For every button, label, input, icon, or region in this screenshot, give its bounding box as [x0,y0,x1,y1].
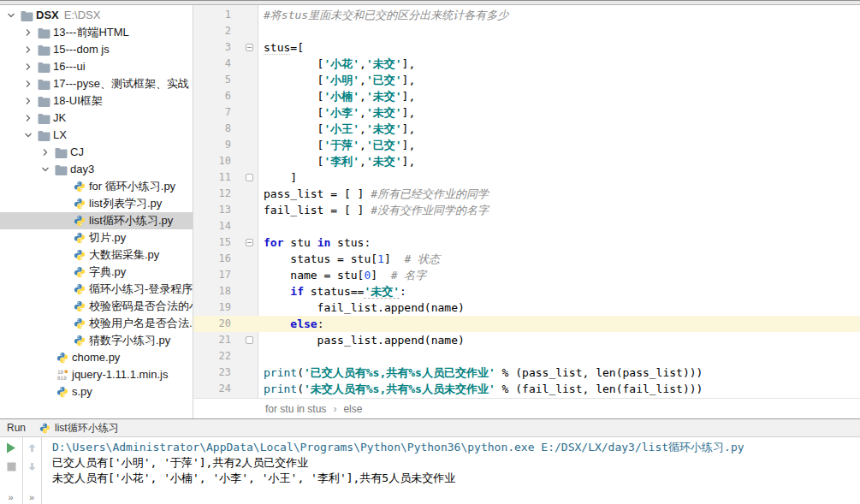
tree-item[interactable]: 16---ui [0,58,193,75]
chevron-right-icon[interactable] [21,44,36,56]
tree-item[interactable]: 13---前端HTML [0,24,193,41]
down-arrow-button[interactable] [23,462,41,471]
run-tab-list-loop[interactable]: list循环小练习 [36,419,122,436]
gutter: 6 [193,88,258,104]
tree-item[interactable]: 校验密码是否合法的小练 [0,298,193,315]
tree-item[interactable]: list循环小练习.py [0,212,193,229]
tree-item-label: 13---前端HTML [53,24,129,41]
tree-item-label: JK [53,110,66,127]
tree-item[interactable]: 18-UI框架 [0,92,193,110]
line-number: 9 [225,137,231,153]
code-line[interactable]: 15for stu in stus: [193,234,860,251]
tree-item[interactable]: 校验用户名是否合法.py [0,315,193,332]
line-number: 23 [219,365,231,381]
code-line[interactable]: 9 ['于萍','已交'], [193,137,860,153]
code-line[interactable]: 20 else: [193,316,860,332]
chevron-right-icon[interactable] [21,78,36,90]
tree-item[interactable]: list列表学习.py [0,195,193,212]
tree-item-label: LX [53,127,67,144]
breadcrumb-item-for[interactable]: for stu in stus [262,401,329,417]
tree-item[interactable]: JK [0,110,193,127]
code-text: fail_list.append(name) [258,299,465,316]
chevrons-icon[interactable]: » [0,492,22,502]
code-line[interactable]: 1#将stus里面未交和已交的区分出来统计各有多少 [193,7,860,23]
tree-root-path: E:\DSX [64,7,101,24]
line-number: 4 [225,56,231,72]
pycharm-window: DSXE:\DSX13---前端HTML15---dom js16---ui17… [0,0,860,504]
code-text: print('未交人员有%s,共有%s人员未交作业' % (fail_list,… [258,381,703,397]
code-line[interactable]: 12pass_list = [ ] #所有已经交作业的同学 [193,186,860,202]
gutter: 22 [193,348,258,365]
gutter: 14 [193,218,258,234]
fold-marker-icon[interactable] [246,336,253,344]
line-number: 10 [219,153,231,169]
gutter: 1 [193,7,258,23]
code-text: ['于萍','已交'], [258,137,415,153]
code-line[interactable]: 4 ['小花','未交'], [193,56,860,72]
tree-item[interactable]: 字典.py [0,264,193,281]
tree-item[interactable]: for 循环小练习.py [0,178,193,195]
fold-marker-icon[interactable] [246,174,253,181]
code-line[interactable]: 13fail_list = [ ] #没有交作业同学的名字 [193,202,860,218]
code-line[interactable]: 10 ['李利','未交'], [193,153,860,169]
tree-item[interactable]: 10010jquery-1.11.1.min.js [0,366,193,383]
tree-root-item[interactable]: DSXE:\DSX [0,7,193,24]
tree-item[interactable]: 循环小练习-登录程序.py [0,281,193,298]
gutter: 2 [193,23,258,39]
chevrons-icon[interactable]: » [23,492,41,502]
code-text: else: [258,316,323,332]
up-arrow-button[interactable] [23,443,41,453]
code-line[interactable]: 14 [193,218,860,234]
gutter: 10 [193,153,258,169]
tree-item[interactable]: LX [0,127,193,144]
code-text: ] [258,169,297,186]
tree-item[interactable]: day3 [0,161,193,178]
tree-item[interactable]: chome.py [0,349,193,366]
tree-item-label: 18-UI框架 [53,92,103,110]
code-text: ['小明','已交'], [258,72,415,88]
chevron-right-icon[interactable] [38,146,53,158]
chevron-down-icon[interactable] [3,9,19,21]
run-toolbar-primary: » [0,437,23,504]
chevron-right-icon[interactable] [21,61,36,73]
code-line[interactable]: 21 pass_list.append(name) [193,332,860,348]
code-line[interactable]: 11 ] [193,169,860,186]
tree-item[interactable]: 15---dom js [0,41,193,58]
chevron-right-icon[interactable] [21,95,36,107]
code-line[interactable]: 6 ['小楠','未交'], [193,88,860,104]
gutter: 12 [193,186,258,202]
code-line[interactable]: 2 [193,23,860,39]
code-line[interactable]: 5 ['小明','已交'], [193,72,860,88]
code-line[interactable]: 17 name = stu[0] # 名字 [193,267,860,283]
code-text: for stu in stus: [258,234,371,251]
code-line[interactable]: 24print('未交人员有%s,共有%s人员未交作业' % (fail_lis… [193,381,860,397]
folder-icon [19,10,34,21]
tree-item[interactable]: 切片.py [0,229,193,246]
tree-item[interactable]: 大数据采集.py [0,246,193,264]
code-line[interactable]: 23print('已交人员有%s,共有%s人员已交作业' % (pass_lis… [193,365,860,381]
code-line[interactable]: 22 [193,348,860,365]
gutter: 21 [193,332,258,348]
chevron-down-icon[interactable] [38,163,53,175]
tree-item-label: list列表学习.py [89,195,162,212]
tree-item[interactable]: 猜数字小练习.py [0,332,193,349]
run-console[interactable]: D:\Users\Administrator\AppData\Local\Pro… [42,437,860,504]
chevron-down-icon[interactable] [21,129,36,141]
stop-button[interactable] [0,462,22,471]
rerun-button[interactable] [0,442,22,454]
code-area[interactable]: 1#将stus里面未交和已交的区分出来统计各有多少23stus=[4 ['小花'… [193,5,860,398]
chevron-right-icon[interactable] [21,27,36,39]
tree-item[interactable]: CJ [0,144,193,161]
fold-marker-icon[interactable] [246,239,253,246]
tree-item[interactable]: s.py [0,383,193,400]
fold-marker-icon[interactable] [246,44,253,51]
code-line[interactable]: 7 ['小李','未交'], [193,104,860,121]
code-line[interactable]: 19 fail_list.append(name) [193,299,860,316]
code-line[interactable]: 18 if status=='未交': [193,283,860,299]
code-line[interactable]: 8 ['小王','未交'], [193,121,860,137]
code-line[interactable]: 3stus=[ [193,39,860,56]
tree-item[interactable]: 17---pyse、测试框架、实战 [0,75,193,92]
chevron-right-icon[interactable] [21,112,36,124]
breadcrumb-item-else[interactable]: else [340,401,365,417]
code-line[interactable]: 16 status = stu[1] # 状态 [193,251,860,267]
